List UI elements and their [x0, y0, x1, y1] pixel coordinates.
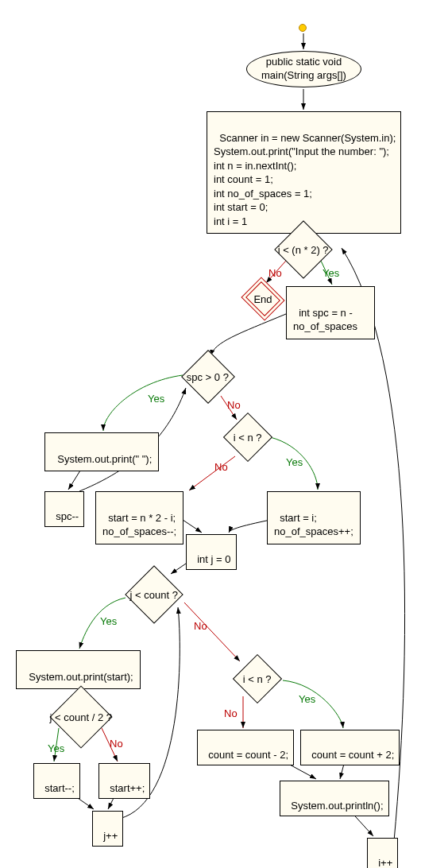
node-main: public static void main(String args[]) [246, 51, 361, 87]
node-jinc-text: j++ [103, 830, 118, 842]
node-spc-text: int spc = n - no_of_spaces [293, 307, 357, 333]
node-spcdec-text: spc-- [56, 510, 79, 522]
edge-d4-yes: Yes [100, 615, 117, 627]
node-startdec-text: start--; [44, 782, 75, 794]
start-dot [299, 24, 307, 32]
node-pstart-text: System.out.print(start); [29, 671, 133, 683]
node-starti-text: start = i; no_of_spaces++; [274, 512, 353, 538]
node-d2-text: spc > 0 ? [183, 371, 232, 383]
node-d4: j < count ? [125, 565, 183, 624]
node-pspace: System.out.print(" "); [44, 432, 159, 471]
node-init: Scanner in = new Scanner(System.in); Sys… [207, 111, 401, 234]
node-startdec: start--; [33, 763, 80, 799]
node-d5: j < count / 2 ? [49, 685, 112, 748]
node-starti: start = i; no_of_spaces++; [267, 491, 361, 544]
edge-d1-yes: Yes [323, 267, 339, 279]
node-end: End [246, 285, 280, 313]
edge-d4-no: No [194, 620, 207, 632]
node-d2: spc > 0 ? [181, 350, 235, 404]
edge-d6-yes: Yes [299, 693, 315, 705]
node-startinc: start++; [98, 763, 150, 799]
edge-d2-no: No [227, 399, 241, 411]
node-d4-text: j < count ? [127, 589, 181, 601]
edge-d5-yes: Yes [48, 742, 64, 754]
node-println: System.out.println(); [280, 781, 389, 816]
node-iinc: i++ [367, 838, 398, 868]
node-startinc-text: start++; [110, 782, 145, 794]
node-pstart: System.out.print(start); [16, 650, 141, 689]
node-pspace-text: System.out.print(" "); [57, 453, 152, 465]
node-jinc: j++ [92, 811, 123, 847]
edge-d6-no: No [224, 707, 238, 719]
node-d1-text: i < (n * 2) ? [275, 244, 332, 256]
node-d3: i < n ? [223, 413, 272, 462]
node-startn2i-text: start = n * 2 - i; no_of_spaces--; [102, 512, 176, 538]
edge-d1-no: No [268, 267, 282, 279]
node-println-text: System.out.println(); [291, 800, 383, 812]
node-d6: i < n ? [233, 654, 282, 703]
edge-d2-yes: Yes [148, 393, 164, 405]
node-d5-text: j < count / 2 ? [47, 711, 115, 723]
node-countdec: count = count - 2; [197, 730, 294, 765]
node-j0: int j = 0 [186, 534, 237, 570]
node-j0-text: int j = 0 [197, 553, 230, 565]
edge-d3-yes: Yes [286, 456, 303, 468]
node-end-text: End [246, 285, 280, 313]
node-init-text: Scanner in = new Scanner(System.in); Sys… [214, 132, 396, 227]
node-d3-text: i < n ? [230, 432, 265, 444]
node-countinc: count = count + 2; [300, 730, 400, 765]
node-d6-text: i < n ? [240, 673, 275, 685]
node-countdec-text: count = count - 2; [208, 749, 288, 761]
node-startn2i: start = n * 2 - i; no_of_spaces--; [95, 491, 183, 544]
node-iinc-text: i++ [378, 857, 392, 868]
node-main-text: public static void main(String args[]) [261, 56, 346, 83]
node-spcdec: spc-- [44, 491, 84, 527]
edge-d3-no: No [214, 461, 228, 473]
edge-d5-no: No [110, 738, 123, 750]
node-spc: int spc = n - no_of_spaces [286, 286, 375, 339]
node-countinc-text: count = count + 2; [311, 749, 394, 761]
